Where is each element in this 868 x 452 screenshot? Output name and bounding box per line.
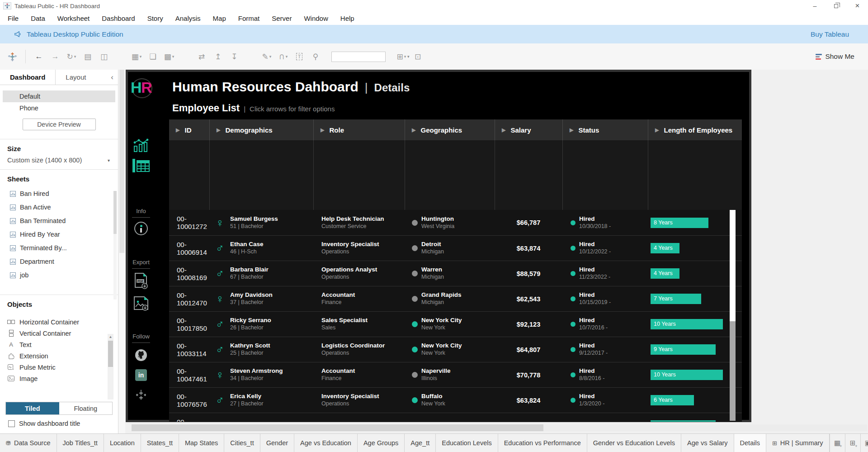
clear-sheet[interactable]: ▩ ▾ (162, 49, 176, 64)
show-me-button[interactable]: Show Me (816, 52, 854, 61)
filter-arrow-icon[interactable]: ▶ (412, 127, 415, 133)
pane-tab[interactable]: Layout (55, 70, 96, 85)
undo[interactable]: ← ▾ (32, 49, 46, 64)
menu-item[interactable]: Server (272, 14, 292, 22)
device-option[interactable]: Phone (3, 102, 115, 114)
canvas-vertical-scrollbar[interactable] (118, 70, 125, 433)
buy-tableau-link[interactable]: Buy Tableau (811, 30, 849, 38)
menu-item[interactable]: Worksheet (57, 14, 90, 22)
object-item[interactable]: Pulse Metric (0, 362, 118, 373)
restore-button[interactable] (826, 0, 847, 12)
table-row[interactable]: 00-10012470 ♀ Amy Davidson 37 | Bachelor (169, 286, 742, 311)
menu-item[interactable]: Data (31, 14, 45, 22)
separator[interactable]: ▾ (179, 49, 192, 64)
show-dashboard-title-checkbox[interactable] (8, 420, 15, 427)
add-data-source[interactable]: ◫ ▾ (97, 49, 111, 64)
scroll-up-icon[interactable]: ▲ (109, 334, 113, 340)
export-pdf-icon[interactable]: PDF (133, 272, 149, 290)
redo[interactable]: → ▾ (48, 49, 62, 64)
tiled-button[interactable]: Tiled (6, 402, 59, 414)
sheet-tab[interactable]: Gender vs Education Levels (587, 434, 681, 452)
menu-item[interactable]: Story (147, 14, 163, 22)
save[interactable]: ▤ ▾ (81, 49, 94, 64)
separator[interactable]: ▾ (113, 49, 127, 64)
sheet-tab[interactable]: Education vs Performance (498, 434, 587, 452)
menu-item[interactable]: Analysis (175, 14, 201, 22)
sheet-tab[interactable]: Gender (260, 434, 294, 452)
table-row[interactable]: 00-10047461 ♀ Steven Armstrong 34 | Bach… (169, 362, 742, 387)
menu-item[interactable]: Help (340, 14, 354, 22)
table-row[interactable]: 00-10008169 ♂ Barbara Blair 67 | Bachelo… (169, 261, 742, 286)
sheet-tab[interactable]: Age Groups (358, 434, 405, 452)
new-dashboard-button[interactable]: ⊞+ (845, 434, 860, 452)
sheet-item[interactable]: job (0, 268, 118, 282)
pane-tab[interactable]: Dashboard (0, 70, 55, 85)
table-scrollbar[interactable] (730, 210, 736, 421)
show-mark-labels[interactable]: T ▾ (292, 49, 306, 64)
sheet-tab[interactable]: Age vs Education (294, 434, 358, 452)
table-row[interactable]: 00-10076576 ♂ Erica Kelly 27 | Bachelor (169, 387, 742, 413)
menu-item[interactable]: Window (304, 14, 328, 22)
sheet-item[interactable]: Ban Active (0, 200, 118, 214)
filter-arrow-icon[interactable]: ▶ (655, 127, 659, 133)
github-icon[interactable] (134, 348, 148, 362)
presentation-mode[interactable]: ⊡ ▾ (411, 49, 425, 64)
sort-descending[interactable]: ↧ ▾ (227, 49, 241, 64)
object-item[interactable]: Extension (0, 350, 118, 362)
linkedin-icon[interactable]: in (135, 369, 147, 381)
column-header[interactable]: ▶ Length of Employees (648, 119, 742, 140)
sheet-item[interactable]: Hired By Year (0, 228, 118, 241)
chart-view-icon[interactable] (133, 138, 149, 152)
sheet-tab[interactable]: Age vs Salary (681, 434, 734, 452)
sheet-item[interactable]: Ban Hired (0, 187, 118, 200)
floating-button[interactable]: Floating (59, 402, 113, 414)
new-worksheet-button[interactable]: ▦+ (830, 434, 845, 452)
object-item[interactable]: Horizontal Container (0, 316, 118, 328)
tableau-logo-button[interactable] (5, 49, 19, 64)
column-header[interactable]: ▶ ID (169, 119, 209, 140)
object-item[interactable]: Vertical Container (0, 328, 118, 339)
close-button[interactable]: × (847, 0, 868, 12)
device-option[interactable]: Default (3, 90, 115, 102)
table-row[interactable]: 00-10033114 ♂ Kathryn Scott 25 | Bachelo… (169, 337, 742, 362)
sheet-item[interactable]: Terminated By... (0, 241, 118, 255)
export-image-icon[interactable] (133, 295, 149, 311)
duplicate-sheet[interactable]: ❏ ▾ (146, 49, 160, 64)
group-members[interactable]: ⊂ ▾ (276, 49, 290, 64)
show-hide-cards[interactable]: ⊞ ▾ (395, 49, 408, 64)
info-icon[interactable] (134, 222, 148, 235)
sheet-tab[interactable]: Age_tt (405, 434, 436, 452)
menu-item[interactable]: File (8, 14, 19, 22)
canvas-horizontal-scrollbar[interactable] (132, 424, 867, 431)
device-preview-button[interactable]: Device Preview (23, 119, 96, 130)
object-item[interactable]: A Text (0, 339, 118, 350)
column-header[interactable]: ▶ Status (562, 119, 648, 140)
new-worksheet[interactable]: ▦ ▾ (130, 49, 143, 64)
objects-scrollbar[interactable]: ▲ (108, 334, 113, 400)
table-row[interactable]: 00-10076959 ♂ Mark Stewart (169, 413, 742, 422)
sheet-tab[interactable]: Map States (179, 434, 224, 452)
column-header[interactable]: ▶ Demographics (209, 119, 313, 140)
tableau-follow-icon[interactable] (135, 389, 147, 402)
column-header[interactable]: ▶ Geographics (405, 119, 495, 140)
table-row[interactable]: 00-10006914 ♂ Ethan Case 46 | H-Sch (169, 235, 742, 261)
highlight[interactable]: ✎ ▾ (260, 49, 274, 64)
table-scrollbar-thumb[interactable] (730, 210, 736, 321)
table-view-icon[interactable] (132, 158, 150, 173)
menu-item[interactable]: Dashboard (102, 14, 135, 22)
object-item[interactable]: Image (0, 373, 118, 384)
filter-arrow-icon[interactable]: ▶ (502, 127, 505, 133)
sheet-tab[interactable]: Cities_tt (224, 434, 260, 452)
table-row[interactable]: 00-10017850 ♂ Ricky Serrano 26 | Bachelo… (169, 311, 742, 337)
minimize-button[interactable]: – (804, 0, 826, 12)
sheet-tab[interactable]: ⊞ HR | Summary (766, 434, 830, 452)
menu-item[interactable]: Map (213, 14, 226, 22)
sort-ascending[interactable]: ↥ ▾ (211, 49, 225, 64)
filter-arrow-icon[interactable]: ▶ (176, 127, 179, 133)
menu-item[interactable]: Format (238, 14, 260, 22)
sheet-tab[interactable]: ⛃ Data Source (0, 434, 57, 452)
sheets-scrollbar[interactable] (113, 191, 117, 300)
fit-selector[interactable]: ▾ (331, 52, 386, 62)
table-row[interactable]: 00-10001272 ♀ Samuel Burgess 51 | Bachel… (169, 210, 742, 235)
sheet-tab[interactable]: Details (734, 434, 766, 452)
